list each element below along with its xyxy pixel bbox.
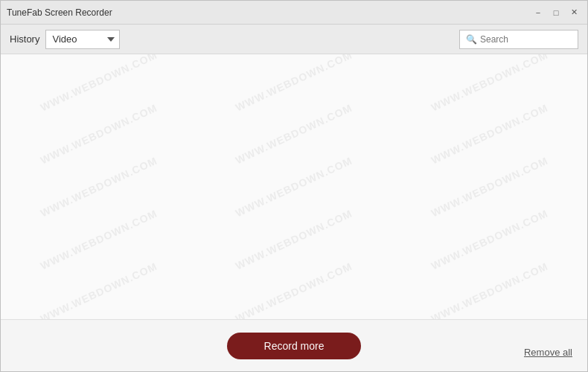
minimize-button[interactable]: −: [531, 5, 546, 20]
watermark-text-11: WWW.WEBDOWN.COM: [234, 208, 354, 272]
remove-all-link[interactable]: Remove all: [524, 347, 572, 358]
title-bar: TuneFab Screen Recorder − □ ✕: [1, 1, 587, 25]
main-window: TuneFab Screen Recorder − □ ✕ History Vi…: [0, 0, 588, 372]
toolbar-left: History Video Audio Screenshot: [10, 30, 120, 49]
watermark-text-15: WWW.WEBDOWN.COM: [429, 260, 550, 319]
watermark-text-9: WWW.WEBDOWN.COM: [429, 155, 550, 219]
maximize-button[interactable]: □: [549, 5, 563, 20]
bottom-bar: Record more Remove all: [1, 319, 587, 371]
watermark-text-2: WWW.WEBDOWN.COM: [234, 54, 354, 113]
watermark-text-4: WWW.WEBDOWN.COM: [38, 101, 159, 166]
search-icon: 🔍: [466, 34, 477, 45]
watermark: WWW.WEBDOWN.COM WWW.WEBDOWN.COM WWW.WEBD…: [1, 54, 587, 319]
watermark-text-10: WWW.WEBDOWN.COM: [38, 208, 159, 272]
watermark-text-5: WWW.WEBDOWN.COM: [234, 101, 354, 166]
main-content: WWW.WEBDOWN.COM WWW.WEBDOWN.COM WWW.WEBD…: [1, 54, 587, 319]
title-bar-controls: − □ ✕: [531, 5, 581, 20]
watermark-text-14: WWW.WEBDOWN.COM: [234, 260, 354, 319]
watermark-text-6: WWW.WEBDOWN.COM: [429, 101, 550, 166]
close-button[interactable]: ✕: [566, 5, 581, 20]
history-label: History: [10, 33, 39, 45]
watermark-text-12: WWW.WEBDOWN.COM: [429, 208, 550, 272]
watermark-text-8: WWW.WEBDOWN.COM: [234, 155, 354, 219]
search-box: 🔍: [459, 30, 578, 49]
record-more-button[interactable]: Record more: [227, 333, 362, 359]
watermark-text-7: WWW.WEBDOWN.COM: [38, 155, 159, 219]
window-title: TuneFab Screen Recorder: [7, 7, 112, 18]
watermark-text-1: WWW.WEBDOWN.COM: [38, 54, 159, 113]
watermark-text-3: WWW.WEBDOWN.COM: [429, 54, 550, 113]
history-dropdown[interactable]: Video Audio Screenshot: [45, 30, 120, 49]
watermark-text-13: WWW.WEBDOWN.COM: [38, 260, 159, 319]
toolbar: History Video Audio Screenshot 🔍: [1, 25, 587, 54]
search-input[interactable]: [480, 34, 572, 45]
